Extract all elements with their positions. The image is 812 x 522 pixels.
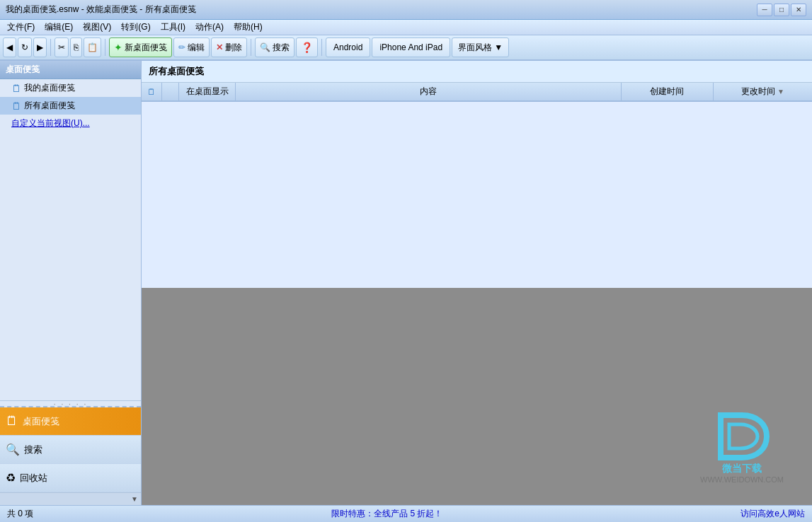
menu-edit[interactable]: 编辑(E)	[40, 20, 77, 35]
delete-note-button[interactable]: ✕ 删除	[211, 37, 247, 57]
title-bar: 我的桌面便笺.esnw - 效能桌面便笺 - 所有桌面便笺 ─ □ ✕	[0, 0, 812, 20]
sidebar-section-header: 桌面便笺	[0, 61, 141, 79]
new-note-label: 新桌面便笺	[125, 42, 167, 54]
col-header-icon: 🗒	[142, 83, 162, 101]
watermark-url-text: WWW.WEIDOWN.COM	[700, 475, 784, 484]
menu-goto[interactable]: 转到(G)	[117, 20, 154, 35]
search-button[interactable]: 🔍 搜索	[255, 37, 295, 57]
minimize-button[interactable]: ─	[757, 4, 772, 16]
delete-icon: ✕	[216, 42, 223, 52]
menu-help[interactable]: 帮助(H)	[229, 20, 267, 35]
notes-nav-icon: 🗒	[6, 414, 18, 429]
nav-item-search[interactable]: 🔍 搜索	[0, 436, 141, 464]
mynotes-icon: 🗒	[11, 83, 21, 94]
back-icon: ◀	[6, 42, 13, 52]
sidebar-item-mynotes[interactable]: 🗒 我的桌面便笺	[0, 79, 141, 97]
copy-icon: ⎘	[74, 42, 79, 52]
dropdown-arrow-icon: ▼	[494, 42, 503, 52]
status-bar: 共 0 项 限时特惠：全线产品 5 折起！ 访问高效e人网站	[0, 505, 812, 522]
delete-label: 删除	[225, 42, 242, 54]
notes-nav-label: 桌面便笺	[23, 415, 59, 428]
refresh-button[interactable]: ↻	[18, 37, 32, 57]
maximize-button[interactable]: □	[774, 4, 789, 16]
new-note-icon: ✦	[114, 42, 122, 53]
edit-note-button[interactable]: ✏ 编辑	[173, 37, 210, 57]
doc-icon: 🗒	[147, 87, 156, 97]
scroll-down-icon: ▼	[131, 495, 138, 503]
sidebar-top: 桌面便笺 🗒 我的桌面便笺 🗒 所有桌面便笺 自定义当前视图(U)...	[0, 61, 141, 400]
title-controls: ─ □ ✕	[757, 4, 806, 16]
content-area: 所有桌面便笺 🗒 在桌面显示 内容 创建时间 更改时间 ▼	[142, 61, 812, 505]
search-nav-label: 搜索	[24, 443, 42, 456]
paste-icon: 📋	[87, 42, 98, 52]
allnotes-icon: 🗒	[11, 100, 21, 112]
toolbar: ◀ ↻ ▶ ✂ ⎘ 📋 ✦ 新桌面便笺 ✏ 编辑 ✕ 删除 🔍 搜索 ❓	[0, 35, 812, 61]
watermark-brand-text: 微当下载	[722, 463, 762, 475]
ui-style-dropdown[interactable]: 界面风格 ▼	[452, 37, 509, 57]
back-button[interactable]: ◀	[3, 37, 16, 57]
content-header: 所有桌面便笺	[142, 61, 812, 83]
separator-1	[50, 39, 51, 56]
menu-bar: 文件(F) 编辑(E) 视图(V) 转到(G) 工具(I) 动作(A) 帮助(H…	[0, 20, 812, 35]
title-text: 我的桌面便笺.esnw - 效能桌面便笺 - 所有桌面便笺	[6, 4, 196, 16]
main-layout: 桌面便笺 🗒 我的桌面便笺 🗒 所有桌面便笺 自定义当前视图(U)... · ·…	[0, 61, 812, 505]
col-header-created: 创建时间	[621, 83, 713, 101]
recycle-nav-icon: ♻	[6, 471, 16, 485]
nav-item-recycle[interactable]: ♻ 回收站	[0, 464, 141, 492]
ui-style-label: 界面风格	[458, 42, 492, 54]
col-header-modified: 更改时间 ▼	[713, 83, 812, 101]
mynotes-label: 我的桌面便笺	[24, 82, 75, 94]
menu-action[interactable]: 动作(A)	[191, 20, 228, 35]
status-promo[interactable]: 限时特惠：全线产品 5 折起！	[331, 508, 442, 520]
search-nav-icon: 🔍	[6, 443, 20, 456]
search-icon: 🔍	[260, 42, 270, 52]
col-header-display: 在桌面显示	[179, 83, 236, 101]
preview-area: 微当下载 WWW.WEIDOWN.COM	[142, 288, 812, 505]
sidebar-item-allnotes[interactable]: 🗒 所有桌面便笺	[0, 97, 141, 115]
refresh-icon: ↻	[21, 42, 28, 52]
sort-arrow-icon: ▼	[777, 88, 784, 95]
status-count: 共 0 项	[7, 508, 33, 520]
watermark: 微当下载 WWW.WEIDOWN.COM	[700, 412, 784, 484]
close-button[interactable]: ✕	[791, 4, 806, 16]
search-label: 搜索	[273, 42, 290, 54]
new-note-button[interactable]: ✦ 新桌面便笺	[109, 37, 172, 57]
menu-tools[interactable]: 工具(I)	[156, 20, 190, 35]
separator-4	[321, 39, 322, 56]
edit-label: 编辑	[188, 42, 205, 54]
android-tab[interactable]: Android	[326, 37, 370, 57]
menu-file[interactable]: 文件(F)	[3, 20, 39, 35]
cut-icon: ✂	[58, 42, 65, 52]
forward-icon: ▶	[37, 42, 43, 52]
sidebar-resize-handle[interactable]: · · · · ·	[0, 400, 141, 406]
iphone-tab[interactable]: iPhone And iPad	[372, 37, 450, 57]
cut-button[interactable]: ✂	[55, 37, 69, 57]
table-area: 🗒 在桌面显示 内容 创建时间 更改时间 ▼	[142, 83, 812, 288]
col-header-content: 内容	[236, 83, 622, 101]
paste-button[interactable]: 📋	[84, 37, 101, 57]
separator-2	[105, 39, 105, 56]
info-button[interactable]: ❓	[296, 37, 318, 57]
edit-icon: ✏	[178, 42, 185, 52]
col-header-check	[162, 83, 179, 101]
info-icon: ❓	[301, 42, 313, 53]
recycle-nav-label: 回收站	[20, 472, 47, 485]
sidebar-nav: 🗒 桌面便笺 🔍 搜索 ♻ 回收站 ▼	[0, 406, 141, 505]
menu-view[interactable]: 视图(V)	[79, 20, 115, 35]
sidebar: 桌面便笺 🗒 我的桌面便笺 🗒 所有桌面便笺 自定义当前视图(U)... · ·…	[0, 61, 142, 505]
separator-3	[251, 39, 251, 56]
allnotes-label: 所有桌面便笺	[24, 100, 75, 112]
nav-item-notes[interactable]: 🗒 桌面便笺	[0, 407, 141, 436]
copy-button[interactable]: ⎘	[70, 37, 82, 57]
status-link[interactable]: 访问高效e人网站	[740, 508, 805, 520]
sidebar-scroll-down[interactable]: ▼	[0, 492, 141, 505]
sidebar-customize-link[interactable]: 自定义当前视图(U)...	[0, 115, 141, 132]
forward-button[interactable]: ▶	[33, 37, 47, 57]
data-table: 🗒 在桌面显示 内容 创建时间 更改时间 ▼	[142, 83, 812, 102]
watermark-logo-svg	[714, 412, 770, 461]
